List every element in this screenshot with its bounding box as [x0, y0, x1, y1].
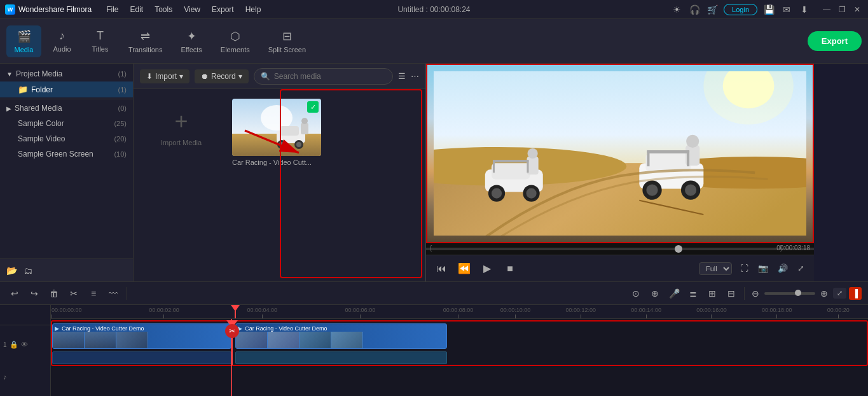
menu-help[interactable]: Help	[240, 3, 266, 16]
playhead-ruler	[235, 305, 236, 318]
split-screen-toolbar-label: Split Screen	[268, 46, 306, 53]
menu-export[interactable]: Export	[207, 3, 239, 16]
main-area: ▼ Project Media (1) 📁 Folder (1) ▶ Share…	[0, 64, 868, 281]
export-button[interactable]: Export	[808, 31, 862, 51]
cut-button[interactable]: ✂	[65, 285, 82, 302]
lock-icon[interactable]: 🔒	[10, 341, 18, 349]
minimize-button[interactable]: —	[821, 4, 832, 15]
sidebar-item-sample-video[interactable]: Sample Video (20)	[0, 131, 133, 146]
zoom-out-button[interactable]: ⊖	[749, 287, 762, 300]
timeline-ruler-tracks: 00:00:00:00 00:00:02:00 00:00:04:00 00:0…	[51, 305, 868, 396]
media-top-bar: ⬇ Import ▾ ⏺ Record ▾ 🔍 ☰ ⋯	[134, 64, 425, 89]
multicam-icon[interactable]: ⊞	[704, 285, 720, 302]
close-button[interactable]: ✕	[851, 4, 863, 15]
timeline-settings-icon[interactable]: ▐	[849, 287, 862, 300]
undo-button[interactable]: ↩	[6, 285, 23, 302]
sidebar-item-sample-green-screen[interactable]: Sample Green Screen (10)	[0, 146, 133, 162]
toolbar-titles[interactable]: T Titles	[83, 25, 118, 57]
menu-tools[interactable]: Tools	[149, 3, 177, 16]
menu-edit[interactable]: Edit	[125, 3, 149, 16]
expand-arrow-icon: ▼	[6, 71, 13, 78]
quality-select[interactable]: Full	[699, 262, 732, 275]
volume-icon[interactable]: 🔊	[775, 262, 791, 275]
redo-button[interactable]: ↪	[26, 285, 43, 302]
zoom-in-button[interactable]: ⊕	[818, 287, 830, 300]
save-icon[interactable]: 💾	[762, 3, 775, 16]
sidebar-project-media-count: (1)	[118, 70, 127, 78]
stabilize-icon[interactable]: ⊙	[628, 285, 644, 302]
toolbar-split-screen[interactable]: ⊟ Split Screen	[261, 25, 313, 57]
snapshot-icon[interactable]: 📷	[755, 262, 771, 275]
pip-icon[interactable]: ⊟	[723, 285, 740, 302]
media-thumbnail[interactable]: ✓ Car Racing - Video Cutt...	[232, 99, 321, 166]
sidebar-item-shared-media[interactable]: ▶ Shared Media (0)	[0, 101, 133, 116]
record-icon: ⏺	[201, 72, 209, 81]
sidebar-item-folder[interactable]: 📁 Folder (1)	[0, 81, 133, 97]
toolbar-elements[interactable]: ⬡ Elements	[213, 25, 258, 57]
crop-icon[interactable]: ⊕	[647, 285, 663, 302]
resize-icon[interactable]: ⤢	[794, 262, 808, 275]
import-media-placeholder[interactable]: + Import Media	[143, 99, 219, 156]
preview-video	[426, 64, 814, 243]
stop-button[interactable]: ■	[501, 260, 519, 278]
media-toolbar-label: Media	[15, 46, 34, 53]
svg-point-22	[492, 188, 502, 199]
import-button[interactable]: ⬇ Import ▾	[140, 69, 189, 83]
headphone-icon[interactable]: 🎧	[688, 3, 701, 16]
split-screen-toolbar-icon: ⊟	[282, 29, 292, 43]
sidebar-item-project-media[interactable]: ▼ Project Media (1)	[0, 66, 133, 81]
zoom-slider[interactable]	[764, 292, 815, 295]
toolbar-effects[interactable]: ✦ Effects	[173, 25, 209, 57]
svg-rect-20	[492, 163, 530, 179]
captions-icon[interactable]: ≣	[685, 285, 701, 302]
filter-icon[interactable]: ☰	[398, 71, 406, 81]
audio-toolbar-label: Audio	[53, 45, 71, 53]
preview-video-inner	[427, 65, 813, 242]
download-icon[interactable]: ⬇	[798, 3, 811, 16]
record-label: Record	[211, 72, 236, 81]
tracks-content: ▶ Car Racing - Video Cutter Demo ✂	[51, 319, 868, 396]
audio-wave-button[interactable]: 〰	[105, 285, 121, 302]
sidebar-item-sample-color[interactable]: Sample Color (25)	[0, 116, 133, 131]
adjust-button[interactable]: ≡	[85, 285, 102, 302]
menu-view[interactable]: View	[179, 3, 205, 16]
search-input[interactable]	[274, 72, 386, 81]
menu-file[interactable]: File	[101, 3, 123, 16]
timeline-area: 1 🔒 👁 ♪ 00:00:00:00 00:00:02:00	[0, 305, 868, 396]
toolbar-audio[interactable]: ♪ Audio	[45, 25, 79, 57]
mail-icon[interactable]: ✉	[780, 3, 793, 16]
video-clip-1[interactable]: ▶ Car Racing - Video Cutter Demo	[52, 323, 231, 349]
preview-progress-bar[interactable]: 00:00:03:18 { }	[426, 243, 814, 255]
grid-view-icon[interactable]: ⋯	[411, 71, 419, 81]
rewind-button[interactable]: ⏪	[455, 260, 473, 278]
progress-handle[interactable]	[675, 245, 682, 253]
add-folder-icon[interactable]: 📂	[6, 265, 17, 276]
sidebar-sample-green-count: (10)	[114, 150, 127, 158]
toolbar-transitions[interactable]: ⇌ Transitions	[121, 25, 170, 57]
fullscreen-icon[interactable]: ⛶	[737, 262, 752, 275]
import-media-label: Import Media	[161, 139, 202, 146]
login-button[interactable]: Login	[724, 4, 757, 15]
sidebar-shared-media-count: (0)	[118, 104, 127, 112]
transitions-toolbar-icon: ⇌	[141, 29, 150, 43]
prev-frame-button[interactable]: ⏮	[432, 260, 450, 278]
delete-button[interactable]: 🗑	[46, 285, 62, 302]
video-clip-2[interactable]: ▶ Car Racing - Video Cutter Demo	[235, 323, 447, 349]
effects-toolbar-icon: ✦	[187, 29, 196, 43]
record-button[interactable]: ⏺ Record ▾	[195, 69, 249, 83]
toolbar-media[interactable]: 🎬 Media	[6, 25, 41, 57]
voice-icon[interactable]: 🎤	[666, 285, 682, 302]
menu-bar: File Edit Tools View Export Help	[101, 3, 670, 16]
window-controls: — ❐ ✕	[821, 4, 863, 15]
eye-icon[interactable]: 👁	[21, 341, 28, 348]
svg-point-10	[301, 118, 308, 124]
shop-icon[interactable]: 🛒	[706, 3, 719, 16]
elements-toolbar-icon: ⬡	[230, 29, 240, 43]
restore-button[interactable]: ❐	[836, 4, 848, 15]
new-folder-icon[interactable]: 🗂	[24, 265, 32, 276]
fit-button[interactable]: ⤢	[833, 288, 846, 299]
play-button[interactable]: ▶	[478, 260, 496, 278]
audio-waveform-1	[52, 351, 231, 364]
media-search-bar[interactable]: 🔍	[254, 68, 393, 85]
settings-icon[interactable]: ☀	[670, 3, 683, 16]
